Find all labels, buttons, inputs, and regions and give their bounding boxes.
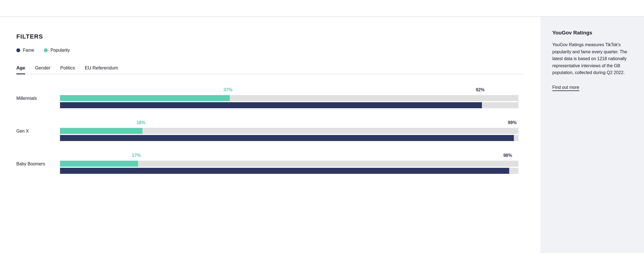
chart-row-millennials: Millennials 37% 92%: [16, 87, 518, 109]
babyboomers-popularity-value: 17%: [132, 153, 141, 158]
filters-title: FILTERS: [16, 33, 524, 40]
chart-label-babyboomers: Baby Boomers: [16, 162, 60, 166]
tab-eu-referendum[interactable]: EU Referendum: [85, 63, 118, 74]
find-out-more-link[interactable]: Find out more: [552, 85, 579, 91]
sidebar-title: YouGov Ratings: [552, 30, 632, 36]
fame-dot: [16, 48, 20, 52]
tab-age[interactable]: Age: [16, 63, 25, 74]
millennials-popularity-value: 37%: [224, 87, 232, 92]
genx-popularity-value: 18%: [136, 120, 145, 125]
legend-fame: Fame: [16, 48, 34, 53]
tabs-container: Age Gender Politics EU Referendum: [16, 63, 524, 74]
sidebar-description: YouGov Ratings measures TikTok's popular…: [552, 41, 632, 76]
millennials-fame-bar: [60, 102, 518, 108]
chart-row-genx: Gen X 18% 99%: [16, 120, 518, 142]
babyboomers-fame-value: 98%: [503, 153, 512, 158]
tab-gender[interactable]: Gender: [35, 63, 50, 74]
bars-genx: 18% 99%: [60, 120, 518, 142]
popularity-label: Popularity: [50, 48, 70, 53]
genx-fame-value: 99%: [508, 120, 517, 125]
fame-label: Fame: [23, 48, 34, 53]
tab-politics[interactable]: Politics: [60, 63, 75, 74]
chart-section: Millennials 37% 92% Gen X: [16, 87, 524, 175]
genx-popularity-bar: [60, 128, 518, 134]
bars-babyboomers: 17% 98%: [60, 153, 518, 175]
legend: Fame Popularity: [16, 48, 524, 53]
babyboomers-fame-bar: [60, 168, 518, 174]
chart-row-babyboomers: Baby Boomers 17% 98%: [16, 153, 518, 175]
popularity-dot: [44, 48, 48, 52]
chart-label-genx: Gen X: [16, 129, 60, 134]
babyboomers-popularity-bar: [60, 161, 518, 167]
genx-fame-bar: [60, 135, 518, 141]
legend-popularity: Popularity: [44, 48, 70, 53]
sidebar: YouGov Ratings YouGov Ratings measures T…: [540, 16, 644, 253]
bars-millennials: 37% 92%: [60, 87, 518, 109]
millennials-fame-value: 92%: [476, 87, 485, 92]
chart-label-millennials: Millennials: [16, 96, 60, 101]
millennials-popularity-bar: [60, 95, 518, 101]
